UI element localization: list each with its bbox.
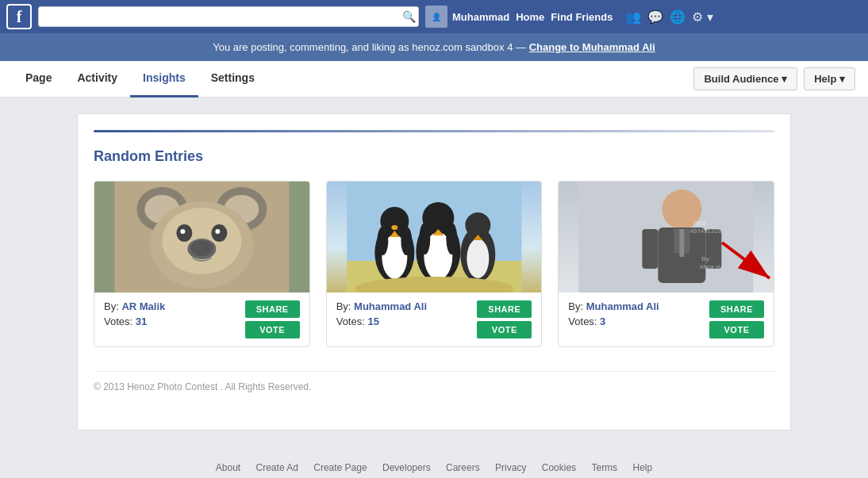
entry-by-1: By: AR Malik <box>104 300 245 312</box>
svg-point-29 <box>419 223 430 254</box>
entry-text-3: By: Muhammad Ali Votes: 3 <box>568 300 709 334</box>
svg-text:By:: By: <box>702 255 712 262</box>
help-button[interactable]: Help ▾ <box>804 67 855 90</box>
svg-text:mu/: mu/ <box>694 219 707 227</box>
footer-developers[interactable]: Developers <box>382 462 431 473</box>
info-text: You are posting, commenting, and liking … <box>213 41 655 53</box>
svg-rect-41 <box>680 229 685 257</box>
section-title: Random Entries <box>94 148 774 165</box>
vote-button-2[interactable]: VOTE <box>477 321 532 338</box>
svg-point-10 <box>180 229 185 234</box>
footer-privacy[interactable]: Privacy <box>495 462 526 473</box>
friends-icon[interactable]: 👥 <box>625 10 641 25</box>
share-button-3[interactable]: SHARE <box>709 300 764 318</box>
entry-author-link-1[interactable]: AR Malik <box>121 300 165 312</box>
copyright-text: © 2013 Henoz Photo Contest . All Rights … <box>94 381 311 392</box>
messages-icon[interactable]: 💬 <box>647 10 663 25</box>
entry-image-person: mu/ 497491329 By: khoa vi <box>559 182 774 293</box>
entry-by-3: By: Muhammad Ali <box>568 300 709 312</box>
vote-count-1: 31 <box>136 315 147 327</box>
svg-point-28 <box>446 223 457 254</box>
entry-votes-3: Votes: 3 <box>568 315 709 327</box>
entry-buttons-3: SHARE VOTE <box>709 300 764 338</box>
svg-point-11 <box>215 229 220 234</box>
entry-image-koala <box>94 182 309 293</box>
tab-settings[interactable]: Settings <box>198 60 267 98</box>
share-button-2[interactable]: SHARE <box>477 300 532 318</box>
footer-cookies[interactable]: Cookies <box>542 462 576 473</box>
entry-buttons-2: SHARE VOTE <box>477 300 532 338</box>
entry-text-2: By: Muhammad Ali Votes: 15 <box>336 300 478 334</box>
entry-votes-2: Votes: 15 <box>336 315 478 327</box>
vote-button-3[interactable]: VOTE <box>709 321 764 338</box>
entry-card-2: By: Muhammad Ali Votes: 15 SHARE VOTE <box>326 181 543 347</box>
facebook-logo: f <box>6 4 32 29</box>
top-nav: f 🔍 👤 Muhammad Home Find Friends 👥 💬 🌐 ⚙… <box>0 0 868 33</box>
svg-rect-38 <box>643 229 659 269</box>
entry-buttons-1: SHARE VOTE <box>245 300 300 338</box>
entry-info-3: By: Muhammad Ali Votes: 3 SHARE VOTE <box>559 293 774 346</box>
entry-row-3: By: Muhammad Ali Votes: 3 SHARE VOTE <box>568 300 764 338</box>
search-input[interactable] <box>38 6 419 27</box>
settings-icon[interactable]: ⚙ ▾ <box>692 10 712 25</box>
page-tabs: Page Activity Insights Settings Build Au… <box>0 61 868 98</box>
entry-card-3: mu/ 497491329 By: khoa vi <box>558 181 774 347</box>
entry-image-penguin <box>327 182 542 293</box>
vote-count-2: 15 <box>367 315 378 327</box>
footer-terms[interactable]: Terms <box>591 462 617 473</box>
entry-author-link-3[interactable]: Muhammad Ali <box>586 300 659 312</box>
blue-line-separator <box>94 130 774 132</box>
person-svg: mu/ 497491329 By: khoa vi <box>559 182 774 293</box>
entry-author-link-2[interactable]: Muhammad Ali <box>354 300 427 312</box>
footer-about[interactable]: About <box>216 462 240 473</box>
svg-point-23 <box>391 225 398 230</box>
entry-votes-1: Votes: 31 <box>104 315 245 327</box>
find-friends-link[interactable]: Find Friends <box>551 11 613 23</box>
vote-button-1[interactable]: VOTE <box>245 321 300 338</box>
footer-create-page[interactable]: Create Page <box>313 462 367 473</box>
footer-careers[interactable]: Careers <box>446 462 480 473</box>
entry-by-2: By: Muhammad Ali <box>336 300 478 312</box>
tab-activity[interactable]: Activity <box>64 60 130 98</box>
search-wrap: 🔍 <box>38 6 419 27</box>
avatar: 👤 <box>425 6 447 28</box>
svg-point-22 <box>377 227 388 255</box>
svg-point-21 <box>401 227 412 255</box>
tab-page[interactable]: Page <box>13 60 64 98</box>
nav-icons: 👥 💬 🌐 ⚙ ▾ <box>625 10 712 25</box>
svg-text:497491329: 497491329 <box>690 228 723 235</box>
entry-row-1: By: AR Malik Votes: 31 SHARE VOTE <box>104 300 300 338</box>
footer-help[interactable]: Help <box>632 462 652 473</box>
main-content: Random Entries <box>77 113 791 430</box>
share-button-1[interactable]: SHARE <box>245 300 300 318</box>
main-footer: © 2013 Henoz Photo Contest . All Rights … <box>94 371 774 392</box>
username: Muhammad <box>452 11 509 23</box>
vote-count-3: 3 <box>600 315 605 327</box>
entry-info-1: By: AR Malik Votes: 31 SHARE VOTE <box>94 293 309 346</box>
svg-text:khoa vi: khoa vi <box>701 263 721 270</box>
tab-insights[interactable]: Insights <box>130 60 198 98</box>
svg-point-13 <box>190 240 213 256</box>
home-link[interactable]: Home <box>516 11 544 23</box>
notifications-icon[interactable]: 🌐 <box>670 10 686 25</box>
build-audience-button[interactable]: Build Audience ▾ <box>693 67 797 90</box>
koala-svg <box>94 182 309 293</box>
penguin-svg <box>327 182 542 293</box>
entry-row-2: By: Muhammad Ali Votes: 15 SHARE VOTE <box>336 300 532 338</box>
change-identity-link[interactable]: Change to Muhammad Ali <box>529 41 655 53</box>
search-button[interactable]: 🔍 <box>402 10 416 23</box>
nav-user[interactable]: 👤 Muhammad <box>425 6 509 28</box>
info-bar: You are posting, commenting, and liking … <box>0 33 868 61</box>
entry-text-1: By: AR Malik Votes: 31 <box>104 300 245 334</box>
tab-right-actions: Build Audience ▾ Help ▾ <box>693 67 855 90</box>
page-footer: About Create Ad Create Page Developers C… <box>0 446 868 478</box>
svg-point-31 <box>467 239 489 278</box>
svg-point-32 <box>465 212 490 238</box>
entry-info-2: By: Muhammad Ali Votes: 15 SHARE VOTE <box>327 293 542 346</box>
entry-card-1: By: AR Malik Votes: 31 SHARE VOTE <box>94 181 310 347</box>
entries-grid: By: AR Malik Votes: 31 SHARE VOTE <box>94 181 774 347</box>
footer-create-ad[interactable]: Create Ad <box>256 462 298 473</box>
